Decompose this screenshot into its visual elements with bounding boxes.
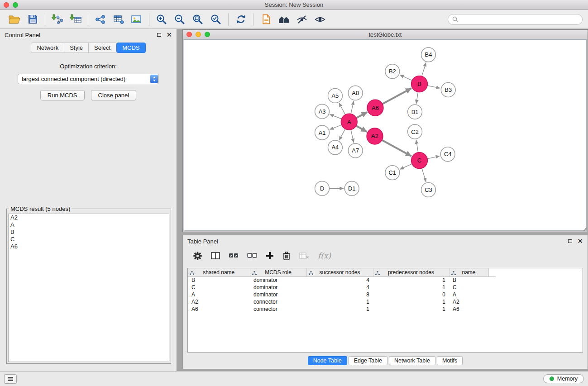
zoom-fit-button[interactable] — [189, 12, 207, 27]
search-input[interactable] — [460, 16, 578, 23]
table-cell[interactable]: 1 — [373, 305, 449, 313]
edge-B-B2[interactable] — [400, 75, 412, 81]
optimization-select[interactable]: largest connected component (directed) — [18, 74, 159, 84]
table-cell[interactable]: B — [449, 276, 488, 284]
apply-layout-button[interactable] — [232, 12, 250, 27]
close-panel-button[interactable]: Close panel — [91, 90, 137, 100]
node-A2[interactable]: A2 — [367, 128, 383, 144]
table-cell[interactable]: 1 — [306, 298, 373, 305]
float-panel-icon[interactable] — [157, 33, 161, 37]
table-cell[interactable]: dominator — [250, 284, 306, 291]
float-table-panel-icon[interactable] — [568, 239, 572, 243]
column-header-shared-name[interactable]: shared name — [188, 268, 250, 276]
table-row[interactable]: Adominator80A — [188, 291, 496, 298]
node-D1[interactable]: D1 — [344, 181, 359, 196]
table-cell[interactable]: A2 — [188, 298, 250, 305]
zoom-in-button[interactable] — [153, 12, 171, 27]
node-A8[interactable]: A8 — [348, 86, 363, 100]
edge-B-B4[interactable] — [422, 62, 426, 76]
table-cell[interactable]: C — [188, 284, 250, 291]
new-network-button[interactable] — [91, 12, 110, 27]
table-cell[interactable]: 4 — [306, 276, 373, 284]
open-session-button[interactable] — [5, 12, 24, 27]
edge-C-C1[interactable] — [400, 164, 412, 169]
memory-button[interactable]: Memory — [543, 374, 584, 383]
delete-row-button[interactable] — [282, 251, 291, 261]
table-cell[interactable]: A — [449, 291, 488, 298]
table-cell[interactable]: 1 — [373, 284, 449, 291]
edge-A2-C[interactable] — [382, 140, 411, 157]
edge-A-A2[interactable] — [356, 126, 367, 132]
select-all-button[interactable] — [229, 252, 239, 259]
edge-A-A1[interactable] — [330, 125, 341, 130]
table-panel-header[interactable]: Table Panel ✕ — [183, 235, 588, 247]
node-C2[interactable]: C2 — [408, 124, 422, 139]
zoom-out-button[interactable] — [171, 12, 189, 27]
import-table-button[interactable] — [67, 12, 85, 27]
table-cell[interactable]: dominator — [250, 291, 306, 298]
column-header-MCDS-role[interactable]: MCDS role — [250, 268, 306, 276]
tab-motifs[interactable]: Motifs — [437, 356, 463, 365]
resize-grip-icon[interactable] — [582, 226, 587, 231]
edge-A-A7[interactable] — [351, 130, 354, 143]
deselect-all-button[interactable] — [247, 252, 257, 259]
network-from-table-button[interactable] — [110, 12, 128, 27]
table-cell[interactable]: connector — [250, 298, 306, 305]
table-cell[interactable]: B — [188, 276, 250, 284]
edge-A-A6[interactable] — [356, 112, 367, 118]
node-C3[interactable]: C3 — [421, 183, 436, 197]
table-cell[interactable]: 0 — [373, 291, 449, 298]
node-A1[interactable]: A1 — [315, 125, 330, 140]
column-header-predecessor-nodes[interactable]: predecessor nodes — [373, 268, 449, 276]
open-report-button[interactable] — [257, 12, 275, 27]
node-A[interactable]: A — [341, 114, 357, 130]
table-row[interactable]: Cdominator41C — [188, 284, 496, 291]
table-settings-button[interactable] — [193, 251, 202, 261]
table-cell[interactable]: A — [188, 291, 250, 298]
function-builder-button[interactable]: f(x) — [318, 251, 331, 260]
mcds-result-item[interactable]: C — [9, 236, 169, 243]
table-cell[interactable]: 4 — [306, 284, 373, 291]
tab-edge-table[interactable]: Edge Table — [349, 356, 387, 365]
edge-A6-B[interactable] — [382, 88, 411, 104]
table-cell[interactable]: 1 — [373, 276, 449, 284]
column-header-name[interactable]: name — [449, 268, 488, 276]
close-panel-icon[interactable]: ✕ — [166, 33, 172, 37]
table-cell[interactable]: A2 — [449, 298, 488, 305]
node-A6[interactable]: A6 — [367, 100, 383, 116]
edge-A-A4[interactable] — [339, 129, 345, 140]
save-session-button[interactable] — [24, 12, 42, 27]
tab-style[interactable]: Style — [64, 43, 89, 53]
edge-A-A3[interactable] — [330, 114, 341, 119]
tab-mcds[interactable]: MCDS — [116, 43, 145, 53]
run-mcds-button[interactable]: Run MCDS — [40, 90, 85, 100]
table-cell[interactable]: connector — [250, 305, 306, 313]
network-canvas[interactable]: AA1A2A3A4A5A6A7A8BB1B2B3B4CC1C2C3C4DD1 — [184, 39, 587, 231]
edge-C-C2[interactable] — [416, 140, 418, 152]
table-row[interactable]: Bdominator41B — [188, 276, 496, 284]
edge-C-C3[interactable] — [422, 168, 426, 182]
node-B1[interactable]: B1 — [408, 105, 422, 119]
add-row-button[interactable] — [266, 252, 274, 260]
node-B3[interactable]: B3 — [441, 83, 455, 97]
mcds-result-item[interactable]: A — [9, 221, 169, 229]
node-C4[interactable]: C4 — [440, 147, 455, 162]
edge-C-C4[interactable] — [427, 156, 440, 159]
table-cell[interactable]: A6 — [449, 305, 488, 313]
zoom-selected-button[interactable] — [207, 12, 225, 27]
node-C[interactable]: C — [411, 152, 428, 169]
network-graph-svg[interactable]: AA1A2A3A4A5A6A7A8BB1B2B3B4CC1C2C3C4DD1 — [184, 40, 586, 230]
tab-node-table[interactable]: Node Table — [308, 356, 347, 365]
control-panel-header[interactable]: Control Panel ✕ — [0, 29, 177, 41]
node-A4[interactable]: A4 — [328, 140, 342, 155]
table-cell[interactable]: dominator — [250, 276, 306, 284]
tab-network-table[interactable]: Network Table — [389, 356, 435, 365]
home-button[interactable] — [275, 12, 293, 27]
mcds-result-item[interactable]: A2 — [9, 214, 169, 221]
column-header-successor-nodes[interactable]: successor nodes — [306, 268, 373, 276]
edge-B-B3[interactable] — [427, 86, 440, 88]
mcds-result-item[interactable]: A6 — [9, 243, 169, 250]
delete-table-button[interactable] — [299, 252, 309, 259]
show-details-button[interactable] — [311, 12, 329, 27]
style-preview-button[interactable] — [293, 12, 311, 27]
